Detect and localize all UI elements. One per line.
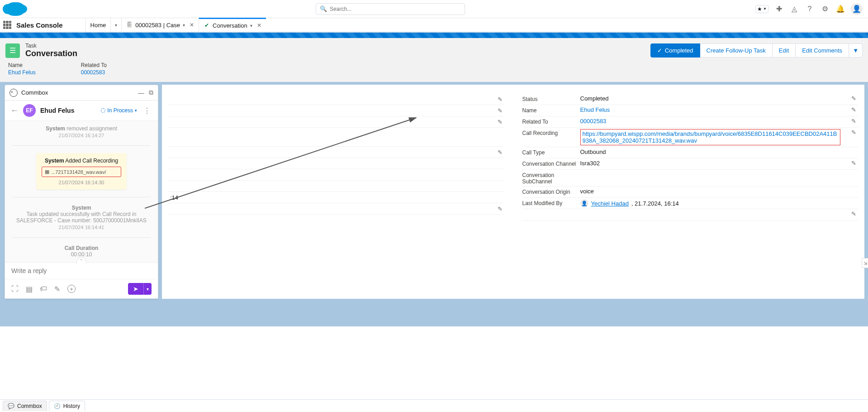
detail-row-status: Status Completed ✎ <box>522 94 859 105</box>
call-recording-card: System Added Call Recording ▦ ...721T131… <box>36 153 127 190</box>
app-nav: Sales Console Home ▾ 🗄 00002583 | Case ▾… <box>0 18 868 33</box>
close-icon[interactable]: ✕ <box>190 22 194 28</box>
detail-row-name: Name Ehud Felus ✎ <box>522 105 859 116</box>
tab-home-menu[interactable]: ▾ <box>110 18 121 32</box>
back-icon[interactable]: ← <box>10 106 19 115</box>
search-icon: 🔍 <box>320 5 327 12</box>
tab-label: 00002583 | Case <box>135 22 180 29</box>
book-icon[interactable]: ▤ <box>26 285 33 293</box>
pencil-icon[interactable]: ✎ <box>849 95 858 102</box>
status-dropdown[interactable]: In Process ▾ <box>101 107 137 114</box>
chevron-down-icon: ▾ <box>183 23 185 28</box>
call-duration: Call Duration 00:00:10 <box>12 245 151 258</box>
commbox-panel: Commbox — ⧉ ← EF Ehud Felus In Process ▾… <box>5 85 158 299</box>
field-label: Name <box>8 62 36 68</box>
conversation-body: System removed assignment 21/07/2024 16:… <box>5 121 158 262</box>
pencil-icon[interactable]: ✎ <box>498 149 503 156</box>
details-panel: ✎ ✎ ✎ ✎ :14 ✎ Status Completed ✎ Name <box>162 85 864 299</box>
record-actions: ✓Completed Create Follow-Up Task Edit Ed… <box>650 43 863 57</box>
notifications-icon[interactable]: 🔔 <box>835 4 845 14</box>
chevron-down-icon: ▾ <box>115 23 117 28</box>
more-menu-icon[interactable]: ⋮ <box>142 106 152 115</box>
global-search[interactable]: 🔍 <box>316 3 465 15</box>
detail-row-calltype: Call Type Outbound <box>522 147 859 158</box>
app-name: Sales Console <box>14 21 85 29</box>
search-input[interactable] <box>330 6 461 12</box>
setup-gear-icon[interactable]: ⚙ <box>820 4 830 14</box>
more-actions-button[interactable]: ▼ <box>849 43 863 57</box>
record-header: ☰ Task Conversation ✓Completed Create Fo… <box>5 43 863 58</box>
pencil-icon[interactable]: ✎ <box>498 96 503 103</box>
expand-handle[interactable]: ⇲ <box>862 258 868 268</box>
commbox-titlebar: Commbox — ⧉ <box>5 85 158 101</box>
pencil-icon[interactable]: ✎ <box>849 160 858 167</box>
user-avatar[interactable]: 👤 <box>851 3 863 15</box>
right-detail-column: Status Completed ✎ Name Ehud Felus ✎ Rel… <box>522 94 859 220</box>
contact-avatar: EF <box>23 104 36 117</box>
close-icon[interactable]: ✕ <box>257 22 261 29</box>
send-group: ➤ ▾ <box>128 283 152 295</box>
pencil-icon[interactable]: ✎ <box>849 129 858 136</box>
detail-row-subchannel: Conversation SubChannel <box>522 170 859 187</box>
salesforce-logo[interactable] <box>5 2 25 16</box>
briefcase-icon: 🗄 <box>126 22 133 28</box>
popout-icon[interactable]: ⧉ <box>149 89 153 96</box>
detail-row-recording: Call Recording https://bumpyard.wispp.co… <box>522 128 859 147</box>
timecode-stub: :14 <box>168 192 504 203</box>
name-link[interactable]: Ehud Felus <box>8 69 36 76</box>
related-link[interactable]: 00002583 <box>81 69 107 76</box>
record-highlights: Name Ehud Felus Related To 00002583 <box>5 58 863 77</box>
recording-file-chip[interactable]: ▦ ...721T131428_wav.wav/ <box>42 167 121 177</box>
pencil-icon[interactable]: ✎ <box>849 106 858 113</box>
reply-input[interactable] <box>11 267 152 274</box>
pencil-icon[interactable]: ✎ <box>849 211 858 217</box>
name-link[interactable]: Ehud Felus <box>580 106 850 113</box>
tab-label: Conversation <box>213 22 247 29</box>
chevron-down-icon: ▾ <box>250 23 252 28</box>
system-message: System removed assignment 21/07/2024 16:… <box>12 125 151 138</box>
edit-icon[interactable]: ✎ <box>54 285 60 293</box>
send-button[interactable]: ➤ <box>128 283 143 295</box>
tag-icon[interactable]: 🏷 <box>40 285 47 293</box>
chat-icon <box>9 89 18 97</box>
commbox-title: Commbox <box>21 89 48 96</box>
tab-label: Home <box>90 22 106 29</box>
detail-row-channel: Conversation Channel Isra302 ✎ <box>522 158 859 170</box>
add-icon[interactable]: + <box>67 285 76 293</box>
modified-user-link[interactable]: Yechiel Hadad <box>591 200 629 207</box>
brand-pattern <box>0 33 868 38</box>
page-title: Conversation <box>25 49 77 58</box>
detail-row-origin: Conversation Origin voice <box>522 187 859 198</box>
pencil-icon[interactable]: ✎ <box>498 107 503 114</box>
tab-conversation[interactable]: ✔ Conversation ▾ ✕ <box>199 18 266 32</box>
help-icon[interactable]: ? <box>805 4 815 14</box>
favorites-button[interactable]: ★▼ <box>755 5 768 13</box>
trailhead-icon[interactable]: ◬ <box>789 4 799 14</box>
user-icon: 👤 <box>580 199 588 207</box>
task-entity-icon: ☰ <box>5 43 20 58</box>
system-message: SystemTask updated successfully with Cal… <box>12 205 151 230</box>
add-icon[interactable]: ✚ <box>774 4 784 14</box>
pencil-icon[interactable]: ✎ <box>849 118 858 125</box>
detail-row-extra: ✎ <box>522 209 859 220</box>
expand-up-icon[interactable]: ⌃ <box>76 257 86 263</box>
completed-button[interactable]: ✓Completed <box>650 43 700 57</box>
tab-case[interactable]: 🗄 00002583 | Case ▾ ✕ <box>121 18 199 32</box>
minimize-icon[interactable]: — <box>138 89 144 96</box>
recording-link[interactable]: https://bumpyard.wispp.com/media/brands/… <box>583 130 837 144</box>
edit-button[interactable]: Edit <box>773 43 796 57</box>
app-launcher-icon[interactable] <box>0 18 14 32</box>
edit-comments-button[interactable]: Edit Comments <box>796 43 849 57</box>
related-link[interactable]: 00002583 <box>580 118 850 125</box>
create-followup-button[interactable]: Create Follow-Up Task <box>700 43 773 57</box>
global-header: 🔍 ★▼ ✚ ◬ ? ⚙ 🔔 👤 <box>0 0 868 18</box>
chevron-down-icon: ▾ <box>135 108 137 113</box>
send-options-button[interactable]: ▾ <box>143 283 152 295</box>
search-wrap: 🔍 <box>25 3 755 15</box>
pencil-icon[interactable]: ✎ <box>498 206 503 212</box>
pencil-icon[interactable]: ✎ <box>498 119 503 125</box>
task-icon: ✔ <box>204 22 210 29</box>
contact-name: Ehud Felus <box>40 107 96 114</box>
tab-home[interactable]: Home <box>85 18 111 32</box>
scan-icon[interactable]: ⛶ <box>11 285 19 293</box>
